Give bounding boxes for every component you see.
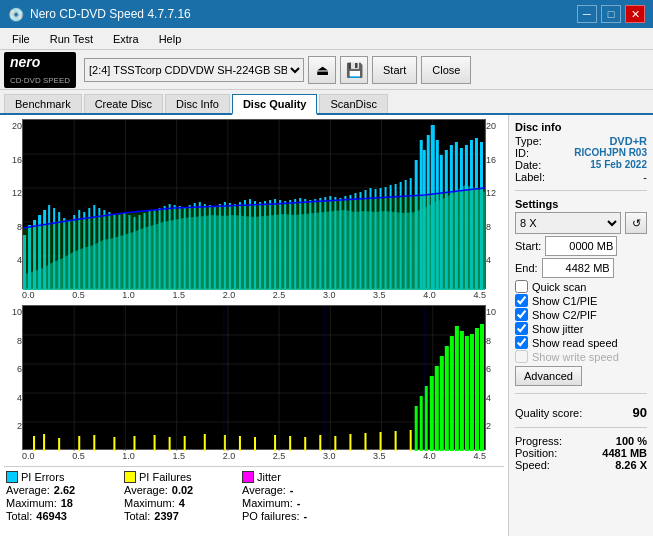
pi-errors-stats: PI Errors Average: 2.62 Maximum: 18 Tota… [6, 471, 116, 522]
show-c1-pie-checkbox[interactable] [515, 294, 528, 307]
quick-scan-checkbox[interactable] [515, 280, 528, 293]
pi-errors-avg-value: 2.62 [54, 484, 75, 496]
jitter-stats: Jitter Average: - Maximum: - PO failures… [242, 471, 352, 522]
x-bot-2.5: 2.5 [273, 451, 286, 461]
tab-disc-info[interactable]: Disc Info [165, 94, 230, 113]
eject-icon[interactable]: ⏏ [308, 56, 336, 84]
svg-rect-155 [465, 336, 469, 451]
y-right-top-12: 12 [486, 188, 504, 198]
pi-failures-max-label: Maximum: [124, 497, 175, 509]
speed-row: 8 X ↺ [515, 212, 647, 234]
svg-rect-147 [425, 386, 428, 451]
tab-create-disc[interactable]: Create Disc [84, 94, 163, 113]
disc-id-value: RICOHJPN R03 [574, 147, 647, 159]
jitter-avg-value: - [290, 484, 294, 496]
svg-rect-153 [455, 326, 459, 451]
speed-select[interactable]: 8 X [515, 212, 621, 234]
x-bot-0.5: 0.5 [72, 451, 85, 461]
y-top-20: 20 [4, 121, 22, 131]
pi-failures-label: PI Failures [139, 471, 192, 483]
show-jitter-checkbox[interactable] [515, 322, 528, 335]
end-row: End: [515, 258, 647, 278]
svg-rect-124 [78, 436, 80, 451]
disc-label-label: Label: [515, 171, 545, 183]
start-input[interactable] [545, 236, 617, 256]
start-button[interactable]: Start [372, 56, 417, 84]
minimize-button[interactable]: ─ [577, 5, 597, 23]
svg-rect-152 [450, 336, 454, 451]
quality-score-value: 90 [633, 405, 647, 420]
maximize-button[interactable]: □ [601, 5, 621, 23]
start-label: Start: [515, 240, 541, 252]
y-right-top-16: 16 [486, 155, 504, 165]
end-label: End: [515, 262, 538, 274]
pi-errors-avg-label: Average: [6, 484, 50, 496]
menu-file[interactable]: File [4, 31, 38, 47]
x-bot-4.5: 4.5 [473, 451, 486, 461]
refresh-icon[interactable]: ↺ [625, 212, 647, 234]
menu-run-test[interactable]: Run Test [42, 31, 101, 47]
end-input[interactable] [542, 258, 614, 278]
tab-benchmark[interactable]: Benchmark [4, 94, 82, 113]
svg-rect-157 [475, 328, 479, 451]
tab-disc-quality[interactable]: Disc Quality [232, 94, 318, 115]
show-write-speed-label: Show write speed [532, 351, 619, 363]
svg-rect-150 [440, 356, 444, 451]
disc-info-section: Disc info Type: DVD+R ID: RICOHJPN R03 D… [515, 121, 647, 183]
pi-failures-avg-label: Average: [124, 484, 168, 496]
tab-bar: Benchmark Create Disc Disc Info Disc Qua… [0, 90, 653, 115]
close-drive-button[interactable]: Close [421, 56, 471, 84]
y-bot-6: 6 [4, 364, 22, 374]
bottom-chart-svg [23, 306, 485, 451]
menu-extra[interactable]: Extra [105, 31, 147, 47]
x-bot-0.0: 0.0 [22, 451, 35, 461]
pi-failures-stats: PI Failures Average: 0.02 Maximum: 4 Tot… [124, 471, 234, 522]
y-right-bot-10: 10 [486, 307, 504, 317]
close-button[interactable]: ✕ [625, 5, 645, 23]
drive-selector[interactable]: [2:4] TSSTcorp CDDVDW SH-224GB SB00 [84, 58, 304, 82]
speed-row: Speed: 8.26 X [515, 459, 647, 471]
progress-section: Progress: 100 % Position: 4481 MB Speed:… [515, 435, 647, 471]
position-row: Position: 4481 MB [515, 447, 647, 459]
svg-rect-131 [204, 434, 206, 451]
y-bot-10: 10 [4, 307, 22, 317]
svg-rect-140 [349, 434, 351, 451]
menu-help[interactable]: Help [151, 31, 190, 47]
pi-errors-color [6, 471, 18, 483]
svg-rect-143 [395, 431, 397, 451]
svg-rect-141 [364, 433, 366, 451]
y-right-bot-8: 8 [486, 336, 504, 346]
svg-rect-134 [254, 437, 256, 451]
app-icon: 💿 [8, 7, 24, 22]
menu-bar: File Run Test Extra Help [0, 28, 653, 50]
x-top-1.5: 1.5 [172, 290, 185, 300]
y-right-bot-4: 4 [486, 393, 504, 403]
start-row: Start: [515, 236, 647, 256]
show-read-speed-checkbox[interactable] [515, 336, 528, 349]
x-bot-1.5: 1.5 [172, 451, 185, 461]
save-icon[interactable]: 💾 [340, 56, 368, 84]
divider-2 [515, 393, 647, 394]
svg-rect-142 [380, 432, 382, 451]
svg-rect-126 [113, 437, 115, 451]
svg-rect-132 [224, 435, 226, 451]
y-bot-2: 2 [4, 421, 22, 431]
x-bot-3.0: 3.0 [323, 451, 336, 461]
speed-label: Speed: [515, 459, 550, 471]
advanced-button[interactable]: Advanced [515, 366, 582, 386]
pi-failures-total-value: 2397 [154, 510, 178, 522]
show-write-speed-checkbox[interactable] [515, 350, 528, 363]
svg-rect-121 [33, 436, 35, 451]
svg-rect-122 [43, 434, 45, 451]
disc-label-value: - [643, 171, 647, 183]
svg-rect-125 [93, 435, 95, 451]
pi-errors-max-label: Maximum: [6, 497, 57, 509]
svg-rect-146 [420, 396, 423, 451]
svg-rect-151 [445, 346, 449, 451]
jitter-label: Jitter [257, 471, 281, 483]
show-c2-pif-checkbox[interactable] [515, 308, 528, 321]
svg-rect-137 [304, 437, 306, 451]
pi-errors-max-value: 18 [61, 497, 73, 509]
tab-scan-disc[interactable]: ScanDisc [319, 94, 387, 113]
disc-type-row: Type: DVD+R [515, 135, 647, 147]
